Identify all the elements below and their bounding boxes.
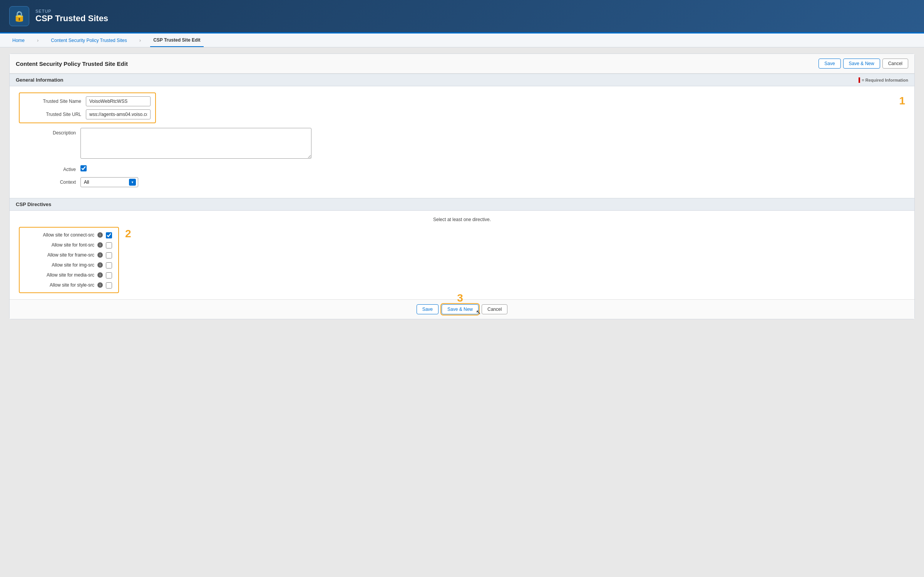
name-url-highlight: Trusted Site Name Trusted Site URL (19, 92, 156, 123)
active-row: Active (19, 164, 905, 173)
step-3-label: 3 (457, 292, 463, 304)
save-new-wrapper: 3 Save & New ↖ (442, 304, 479, 314)
header-text: SETUP CSP Trusted Sites (35, 9, 108, 23)
cancel-button-top[interactable]: Cancel (882, 59, 908, 69)
form-footer: Save 3 Save & New ↖ Cancel (10, 299, 914, 319)
directive-label-img-src: Allow site for img-src (52, 262, 94, 268)
nav-item-csp[interactable]: Content Security Policy Trusted Sites (48, 34, 130, 47)
general-info-body: Trusted Site Name Trusted Site URL (10, 86, 914, 198)
directive-label-media-src: Allow site for media-src (47, 272, 94, 278)
active-field (80, 164, 311, 173)
description-row: Description (19, 128, 905, 160)
directives-wrap: Allow site for connect-src i Allow site … (19, 227, 905, 293)
context-row: Context All Communities System Visualfor… (19, 177, 905, 187)
required-bar (859, 77, 860, 83)
active-label: Active (19, 164, 80, 172)
directive-row-img-src: Allow site for img-src i (26, 262, 112, 268)
trusted-site-name-input[interactable] (86, 96, 151, 106)
context-label: Context (19, 177, 80, 185)
cancel-button-bottom[interactable]: Cancel (482, 304, 507, 314)
description-label: Description (19, 128, 80, 136)
info-icon-style-src[interactable]: i (97, 282, 103, 288)
directive-label-connect-src: Allow site for connect-src (43, 232, 94, 238)
directive-hint: Select at least one directive. (19, 217, 905, 222)
name-url-fields: Trusted Site Name Trusted Site URL (19, 92, 893, 128)
form-header: Content Security Policy Trusted Site Edi… (10, 54, 914, 74)
info-icon-img-src[interactable]: i (97, 262, 103, 268)
info-icon-font-src[interactable]: i (97, 242, 103, 248)
info-icon-frame-src[interactable]: i (97, 252, 103, 258)
trusted-site-name-label: Trusted Site Name (24, 96, 86, 104)
name-url-group: Trusted Site Name Trusted Site URL (19, 92, 905, 128)
directive-checkbox-connect-src[interactable] (106, 232, 112, 238)
directive-row-frame-src: Allow site for frame-src i (26, 252, 112, 258)
context-select[interactable]: All Communities System Visualforce (80, 177, 138, 187)
directives-list: Allow site for connect-src i Allow site … (19, 227, 119, 293)
required-info-text: = Required Information (862, 78, 908, 82)
trusted-site-name-field (86, 96, 151, 106)
trusted-site-url-input[interactable] (86, 109, 151, 119)
directive-checkbox-media-src[interactable] (106, 272, 112, 278)
trusted-site-url-row: Trusted Site URL (24, 109, 151, 119)
required-info: = Required Information (859, 77, 908, 83)
save-new-button-bottom[interactable]: Save & New (442, 304, 479, 314)
save-button-top[interactable]: Save (819, 59, 840, 69)
trusted-site-url-field (86, 109, 151, 119)
trusted-site-url-label: Trusted Site URL (24, 109, 86, 117)
directive-checkbox-style-src[interactable] (106, 282, 112, 288)
page-header: 🔒 SETUP CSP Trusted Sites (0, 0, 924, 34)
directive-row-font-src: Allow site for font-src i (26, 242, 112, 248)
directive-checkbox-font-src[interactable] (106, 242, 112, 248)
nav-item-edit: CSP Trusted Site Edit (150, 34, 203, 47)
save-new-button-top[interactable]: Save & New (843, 59, 880, 69)
info-icon-media-src[interactable]: i (97, 272, 103, 278)
step-2-label: 2 (125, 228, 131, 239)
context-select-wrapper: All Communities System Visualforce (80, 177, 138, 187)
nav-item-home[interactable]: Home (9, 34, 28, 47)
directive-checkbox-frame-src[interactable] (106, 252, 112, 258)
directive-row-media-src: Allow site for media-src i (26, 272, 112, 278)
page-title: CSP Trusted Sites (35, 13, 108, 23)
csp-directives-section-header: CSP Directives (10, 198, 914, 211)
directive-label-frame-src: Allow site for frame-src (47, 252, 94, 258)
setup-label: SETUP (35, 9, 108, 13)
directive-label-font-src: Allow site for font-src (52, 242, 94, 248)
app-icon: 🔒 (9, 6, 29, 26)
form-panel: Content Security Policy Trusted Site Edi… (9, 54, 915, 319)
directive-row-connect-src: Allow site for connect-src i (26, 231, 112, 238)
general-info-title: General Information (16, 77, 64, 83)
description-field (80, 128, 311, 160)
description-input[interactable] (80, 128, 311, 159)
info-icon-connect-src[interactable]: i (97, 232, 103, 238)
main-content: Content Security Policy Trusted Site Edi… (0, 47, 924, 325)
context-field: All Communities System Visualforce (80, 177, 311, 187)
general-info-section-header: General Information = Required Informati… (10, 74, 914, 86)
step-1-label: 1 (899, 96, 905, 106)
nav-bar: Home › Content Security Policy Trusted S… (0, 34, 924, 47)
directive-checkbox-img-src[interactable] (106, 262, 112, 268)
active-checkbox[interactable] (80, 165, 87, 171)
csp-directives-title: CSP Directives (16, 201, 51, 207)
shield-icon: 🔒 (13, 10, 25, 22)
directive-row-style-src: Allow site for style-src i (26, 282, 112, 288)
save-button-bottom[interactable]: Save (417, 304, 439, 314)
trusted-site-name-row: Trusted Site Name (24, 96, 151, 106)
form-title: Content Security Policy Trusted Site Edi… (16, 60, 128, 67)
directive-label-style-src: Allow site for style-src (50, 282, 94, 288)
directives-area: Select at least one directive. Allow sit… (10, 211, 914, 299)
form-header-actions: Save Save & New Cancel (819, 59, 908, 69)
